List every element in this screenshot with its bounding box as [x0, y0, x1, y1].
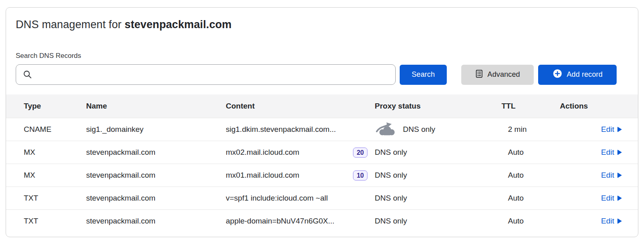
edit-button[interactable]: Edit — [601, 148, 622, 157]
record-ttl: Auto — [502, 217, 560, 226]
table-row: TXT stevenpackmail.com apple-domain=bNuV… — [6, 209, 638, 232]
advanced-button-label: Advanced — [487, 70, 520, 79]
proxy-status-cell: DNS only — [375, 148, 502, 157]
column-header-ttl: TTL — [502, 102, 560, 111]
page-title-prefix: DNS management for — [16, 18, 125, 31]
proxy-status-text: DNS only — [375, 217, 407, 226]
search-toolbar: Search Advanced — [16, 64, 628, 85]
caret-right-icon — [617, 127, 622, 132]
record-content-cell: apple-domain=bNuV47n6G0X... — [226, 217, 375, 226]
search-button-label: Search — [412, 70, 435, 79]
proxy-status-cell: DNS only — [375, 121, 502, 138]
record-name: stevenpackmail.com — [86, 171, 226, 180]
proxy-status-text: DNS only — [403, 125, 435, 134]
record-content-cell: sig1.dkim.stevenpackmail.com... — [226, 125, 375, 134]
add-record-button[interactable]: Add record — [538, 65, 617, 85]
page-title: DNS management for stevenpackmail.com — [16, 18, 628, 31]
record-content: v=spf1 include:icloud.com ~all — [226, 194, 328, 203]
priority-badge: 10 — [353, 170, 367, 180]
table-row: TXT stevenpackmail.com v=spf1 include:ic… — [6, 187, 638, 209]
column-header-type: Type — [24, 102, 86, 111]
record-ttl: 2 min — [502, 125, 560, 134]
record-name: stevenpackmail.com — [86, 194, 226, 203]
edit-label: Edit — [601, 194, 614, 203]
actions-cell: Edit — [560, 171, 622, 180]
edit-label: Edit — [601, 148, 614, 157]
table-row: CNAME sig1._domainkey sig1.dkim.stevenpa… — [6, 118, 638, 141]
record-ttl: Auto — [502, 194, 560, 203]
record-content: mx01.mail.icloud.com — [226, 171, 299, 180]
cloud-dns-only-icon — [375, 121, 397, 138]
advanced-button[interactable]: Advanced — [461, 65, 534, 85]
caret-right-icon — [617, 218, 622, 224]
record-name: stevenpackmail.com — [86, 217, 226, 226]
proxy-status-cell: DNS only — [375, 217, 502, 226]
edit-label: Edit — [601, 171, 614, 180]
actions-cell: Edit — [560, 125, 622, 134]
dns-management-card: DNS management for stevenpackmail.com Se… — [6, 7, 638, 237]
record-ttl: Auto — [502, 148, 560, 157]
add-record-button-label: Add record — [567, 70, 603, 79]
search-label: Search DNS Records — [16, 52, 628, 60]
zone-domain-name: stevenpackmail.com — [125, 18, 232, 31]
proxy-status-cell: DNS only — [375, 194, 502, 203]
record-type: TXT — [24, 217, 86, 226]
column-header-name: Name — [86, 102, 226, 111]
record-content: mx02.mail.icloud.com — [226, 148, 299, 157]
priority-badge: 20 — [353, 148, 367, 158]
proxy-status-text: DNS only — [375, 148, 407, 157]
record-type: MX — [24, 148, 86, 157]
column-header-content: Content — [226, 102, 375, 111]
caret-right-icon — [617, 172, 622, 178]
column-header-actions: Actions — [560, 102, 622, 111]
proxy-status-cell: DNS only — [375, 171, 502, 180]
dns-records-table: Type Name Content Proxy status TTL Actio… — [6, 94, 638, 232]
record-name: sig1._domainkey — [86, 125, 226, 134]
search-box — [16, 64, 396, 85]
table-header-row: Type Name Content Proxy status TTL Actio… — [6, 94, 638, 118]
plus-circle-icon — [552, 68, 563, 81]
record-type: CNAME — [24, 125, 86, 134]
edit-label: Edit — [601, 125, 614, 134]
edit-button[interactable]: Edit — [601, 171, 622, 180]
table-row: MX stevenpackmail.com mx01.mail.icloud.c… — [6, 164, 638, 187]
edit-label: Edit — [601, 217, 614, 226]
record-content-cell: v=spf1 include:icloud.com ~all — [226, 194, 375, 203]
list-icon — [475, 70, 483, 80]
proxy-status-text: DNS only — [375, 194, 407, 203]
record-content: sig1.dkim.stevenpackmail.com... — [226, 125, 336, 134]
search-button[interactable]: Search — [400, 65, 447, 85]
record-type: MX — [24, 171, 86, 180]
edit-button[interactable]: Edit — [601, 217, 622, 226]
table-row: MX stevenpackmail.com mx02.mail.icloud.c… — [6, 141, 638, 164]
record-content-cell: mx01.mail.icloud.com 10 — [226, 170, 375, 180]
caret-right-icon — [617, 195, 622, 201]
column-header-proxy-status: Proxy status — [375, 102, 502, 111]
record-content-cell: mx02.mail.icloud.com 20 — [226, 148, 375, 158]
screen: DNS management for stevenpackmail.com Se… — [0, 0, 644, 242]
proxy-status-text: DNS only — [375, 171, 407, 180]
search-input[interactable] — [16, 64, 396, 85]
edit-button[interactable]: Edit — [601, 194, 622, 203]
record-name: stevenpackmail.com — [86, 148, 226, 157]
actions-cell: Edit — [560, 217, 622, 226]
edit-button[interactable]: Edit — [601, 125, 622, 134]
caret-right-icon — [617, 150, 622, 155]
actions-cell: Edit — [560, 148, 622, 157]
record-content: apple-domain=bNuV47n6G0X... — [226, 217, 334, 226]
actions-cell: Edit — [560, 194, 622, 203]
record-ttl: Auto — [502, 171, 560, 180]
record-type: TXT — [24, 194, 86, 203]
